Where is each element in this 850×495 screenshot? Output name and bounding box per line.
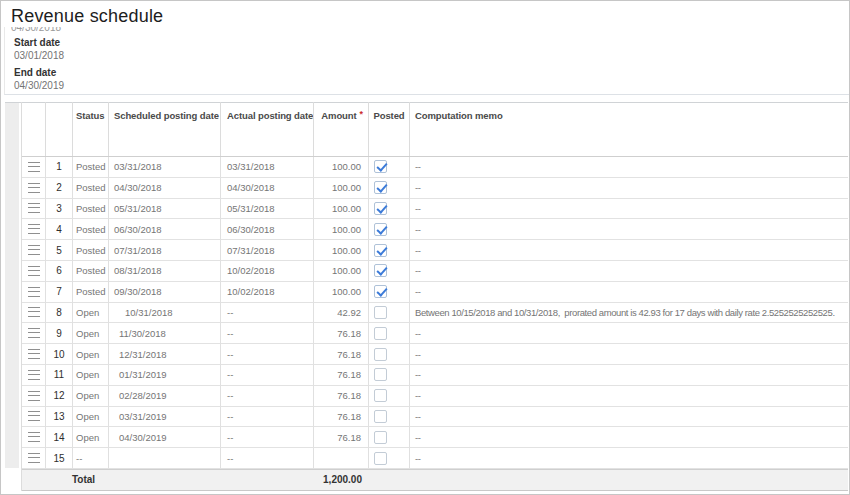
row-number: 13 bbox=[46, 407, 73, 428]
drag-handle-icon[interactable] bbox=[28, 453, 40, 463]
posted-checkbox[interactable] bbox=[374, 452, 387, 465]
scheduled-posting-date-cell[interactable]: 12/31/2018 bbox=[109, 344, 221, 365]
status-cell: Open bbox=[73, 344, 109, 365]
table-row: 2Posted04/30/201804/30/2018100.00-- bbox=[22, 178, 848, 199]
posted-cell bbox=[369, 427, 410, 448]
status-cell: Posted bbox=[73, 282, 109, 303]
posted-checkbox[interactable] bbox=[374, 431, 387, 444]
start-date-value: 03/01/2018 bbox=[14, 50, 64, 61]
table-row: 8Open10/31/2018--42.92Between 10/15/2018… bbox=[22, 303, 848, 324]
posted-checkbox[interactable] bbox=[374, 160, 387, 173]
scheduled-posting-date-cell[interactable]: 01/31/2019 bbox=[109, 365, 221, 386]
schedule-form-panel: 04/30/2018 Start date 03/01/2018 End dat… bbox=[4, 27, 849, 95]
start-date-label: Start date bbox=[14, 37, 60, 48]
row-number: 3 bbox=[46, 199, 73, 220]
posted-cell bbox=[369, 303, 410, 324]
actual-posting-date-cell: 07/31/2018 bbox=[221, 240, 314, 261]
amount-cell: 100.00 bbox=[314, 261, 369, 282]
amount-cell[interactable]: 76.18 bbox=[314, 323, 369, 344]
drag-cell bbox=[22, 199, 46, 220]
drag-handle-icon[interactable] bbox=[28, 162, 40, 172]
header-posted: Posted bbox=[369, 102, 410, 156]
amount-cell[interactable]: 76.18 bbox=[314, 386, 369, 407]
scheduled-posting-date-cell: 06/30/2018 bbox=[109, 219, 221, 240]
drag-handle-icon[interactable] bbox=[28, 307, 40, 317]
posted-checkbox[interactable] bbox=[374, 306, 387, 319]
drag-handle-icon[interactable] bbox=[28, 391, 40, 401]
header-actual-posting-date: Actual posting date bbox=[221, 102, 314, 156]
computation-memo-cell: -- bbox=[410, 240, 848, 261]
header-computation-memo: Computation memo bbox=[410, 102, 848, 156]
drag-handle-icon[interactable] bbox=[28, 370, 40, 380]
drag-cell bbox=[22, 219, 46, 240]
clipped-field-value: 04/30/2018 bbox=[11, 27, 131, 33]
drag-handle-icon[interactable] bbox=[28, 328, 40, 338]
table-header-row: Status Scheduled posting date Actual pos… bbox=[22, 102, 848, 157]
posted-checkbox[interactable] bbox=[374, 327, 387, 340]
posted-checkbox[interactable] bbox=[374, 348, 387, 361]
status-cell: Posted bbox=[73, 261, 109, 282]
amount-cell[interactable]: 76.18 bbox=[314, 365, 369, 386]
end-date-value: 04/30/2019 bbox=[14, 80, 64, 91]
row-number: 4 bbox=[46, 219, 73, 240]
status-cell: Open bbox=[73, 386, 109, 407]
table-row: 15------ bbox=[22, 448, 848, 469]
amount-cell: 100.00 bbox=[314, 178, 369, 199]
drag-handle-icon[interactable] bbox=[28, 349, 40, 359]
drag-handle-icon[interactable] bbox=[28, 183, 40, 193]
posted-checkbox[interactable] bbox=[374, 202, 387, 215]
actual-posting-date-cell: 06/30/2018 bbox=[221, 219, 314, 240]
actual-posting-date-cell: 04/30/2018 bbox=[221, 178, 314, 199]
drag-handle-icon[interactable] bbox=[28, 266, 40, 276]
computation-memo-cell: -- bbox=[410, 448, 848, 469]
posted-cell bbox=[369, 261, 410, 282]
actual-posting-date-cell: -- bbox=[221, 365, 314, 386]
computation-memo-cell: -- bbox=[410, 199, 848, 220]
computation-memo-cell: -- bbox=[410, 344, 848, 365]
posted-checkbox[interactable] bbox=[374, 223, 387, 236]
posted-checkbox[interactable] bbox=[374, 368, 387, 381]
posted-checkbox[interactable] bbox=[374, 285, 387, 298]
scheduled-posting-date-cell[interactable]: 10/31/2018 bbox=[109, 303, 221, 324]
posted-cell bbox=[369, 282, 410, 303]
row-number: 2 bbox=[46, 178, 73, 199]
scheduled-posting-date-cell[interactable]: 03/31/2019 bbox=[109, 407, 221, 428]
drag-handle-icon[interactable] bbox=[28, 287, 40, 297]
drag-cell bbox=[22, 427, 46, 448]
scheduled-posting-date-cell[interactable]: 04/30/2019 bbox=[109, 427, 221, 448]
posted-checkbox[interactable] bbox=[374, 389, 387, 402]
drag-handle-icon[interactable] bbox=[28, 224, 40, 234]
amount-cell[interactable]: 76.18 bbox=[314, 427, 369, 448]
computation-memo-cell: -- bbox=[410, 178, 848, 199]
table-row: 9Open11/30/2018--76.18-- bbox=[22, 323, 848, 344]
status-cell: Posted bbox=[73, 219, 109, 240]
row-number: 5 bbox=[46, 240, 73, 261]
posted-checkbox[interactable] bbox=[374, 181, 387, 194]
drag-handle-icon[interactable] bbox=[28, 203, 40, 213]
table-row: 11Open01/31/2019--76.18-- bbox=[22, 365, 848, 386]
scheduled-posting-date-cell: 03/31/2018 bbox=[109, 157, 221, 178]
scheduled-posting-date-cell[interactable]: 02/28/2019 bbox=[109, 386, 221, 407]
drag-cell bbox=[22, 157, 46, 178]
amount-cell[interactable]: 76.18 bbox=[314, 407, 369, 428]
actual-posting-date-cell: -- bbox=[221, 386, 314, 407]
drag-handle-icon[interactable] bbox=[28, 245, 40, 255]
posted-checkbox[interactable] bbox=[374, 244, 387, 257]
computation-memo-cell: -- bbox=[410, 407, 848, 428]
scheduled-posting-date-cell[interactable]: 11/30/2018 bbox=[109, 323, 221, 344]
amount-cell[interactable]: 42.92 bbox=[314, 303, 369, 324]
header-scheduled-posting-date: Scheduled posting date bbox=[109, 102, 221, 156]
table-row: 10Open12/31/2018--76.18-- bbox=[22, 344, 848, 365]
drag-cell bbox=[22, 365, 46, 386]
computation-memo-cell: -- bbox=[410, 282, 848, 303]
total-amount: 1,200.00 bbox=[314, 470, 369, 490]
posted-checkbox[interactable] bbox=[374, 264, 387, 277]
drag-cell bbox=[22, 178, 46, 199]
posted-checkbox[interactable] bbox=[374, 410, 387, 423]
table-row: 13Open03/31/2019--76.18-- bbox=[22, 407, 848, 428]
amount-cell[interactable]: 76.18 bbox=[314, 344, 369, 365]
drag-handle-icon[interactable] bbox=[28, 411, 40, 421]
computation-memo-cell: -- bbox=[410, 427, 848, 448]
drag-handle-icon[interactable] bbox=[28, 432, 40, 442]
drag-cell bbox=[22, 386, 46, 407]
